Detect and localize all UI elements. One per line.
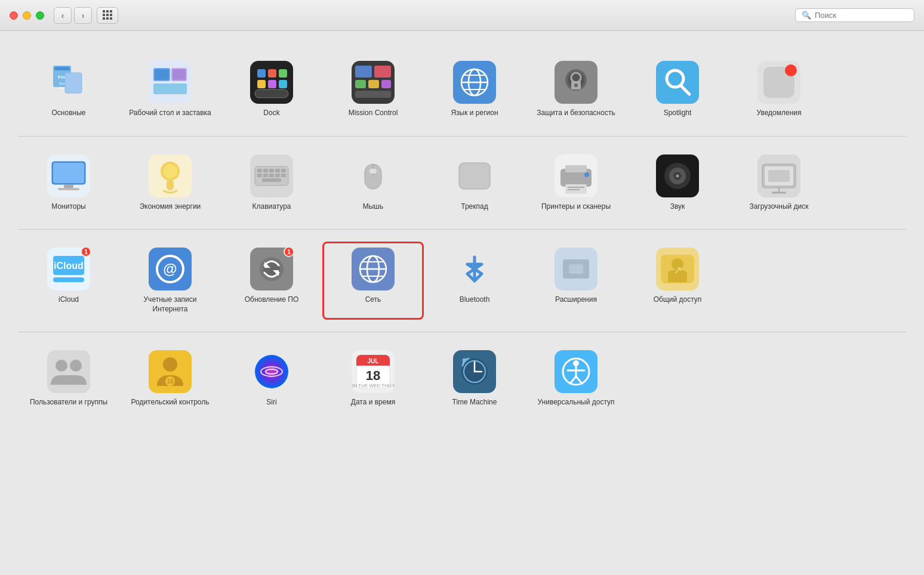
back-button[interactable]: ‹ [54,7,72,24]
pref-label-trekpad: Трекпад [461,202,488,212]
svg-rect-79 [568,189,580,190]
titlebar: ‹ › 🔍 [0,0,924,31]
pref-item-trekpad[interactable]: Трекпад [424,149,525,218]
svg-text:18: 18 [167,378,174,385]
maximize-button[interactable] [36,11,44,20]
pref-label-spotlight: Spotlight [664,109,692,118]
pref-icon-energiya [149,154,192,197]
svg-rect-62 [257,174,262,177]
pref-icon-monitory [47,154,90,197]
pref-icon-rabochiy-stol [149,61,192,104]
pref-icon-uvedomleniya [757,61,800,104]
pref-item-set[interactable]: Сеть [322,242,424,320]
svg-rect-66 [281,174,286,177]
pref-item-bluetooth[interactable]: Bluetooth [424,242,525,320]
pref-icon-trekpad [453,154,496,197]
pref-item-uvedomleniya[interactable]: Уведомления [728,55,830,124]
pref-icon-bluetooth [453,248,496,290]
pref-item-roditelsky[interactable]: 18 Родительский контроль [119,344,221,413]
svg-rect-89 [768,170,790,182]
pref-label-zagruzochny: Загрузочный диск [749,202,808,212]
pref-label-icloud: iCloud [58,295,79,305]
pref-icon-yazyk [453,61,496,104]
svg-point-127 [255,355,288,388]
pref-icon-data: JUL 18 MON TUE WED THU FRI [352,350,395,393]
pref-item-zvuk[interactable]: Звук [627,149,728,218]
search-icon: 🔍 [802,11,811,20]
pref-icon-uchetnye: @ [149,248,192,290]
svg-rect-14 [255,89,288,98]
pref-item-polzovateli[interactable]: Пользователи и группы [18,344,119,413]
pref-item-osnovnye[interactable]: File New One Основные [18,55,119,124]
pref-item-mission-control[interactable]: Mission Control [322,55,424,124]
svg-rect-57 [257,169,262,172]
svg-rect-54 [167,180,174,190]
pref-item-energiya[interactable]: Экономия энергии [119,149,221,218]
pref-item-icloud[interactable]: iCloud 1iCloud [18,242,119,320]
pref-icon-zashita [555,61,597,104]
pref-label-siri: Siri [266,398,276,407]
pref-item-siri[interactable]: Siri [221,344,322,413]
search-box[interactable]: 🔍 [795,8,914,22]
pref-item-rabochiy-stol[interactable]: Рабочий стол и заставка [119,55,221,124]
pref-icon-zagruzochny [757,154,800,197]
pref-label-uchetnye: Учетные записи Интернета [125,295,215,314]
pref-icon-set [352,248,395,290]
pref-item-obnovlenie[interactable]: 1Обновление ПО [221,242,322,320]
pref-item-yazyk[interactable]: Язык и регион [424,55,525,124]
pref-label-yazyk: Язык и регион [451,109,498,118]
svg-rect-12 [153,84,187,94]
svg-rect-49 [64,184,73,188]
svg-text:One: One [59,86,65,89]
pref-item-universalny[interactable]: Универсальный доступ [525,344,627,413]
svg-rect-15 [257,69,266,78]
svg-rect-18 [257,80,266,88]
section-section1: File New One Основные Рабочий стол и зас… [18,43,906,137]
pref-item-time-machine[interactable]: Time Machine [424,344,525,413]
pref-label-roditelsky: Родительский контроль [131,398,210,407]
pref-label-monitory: Мониторы [51,202,85,212]
svg-rect-48 [53,163,84,183]
svg-rect-20 [279,80,287,88]
svg-rect-40 [656,61,699,104]
pref-label-rasshireniya: Расширения [555,295,597,305]
pref-label-data: Дата и время [351,398,395,407]
svg-rect-58 [263,169,268,172]
pref-item-printery[interactable]: Принтеры и сканеры [525,149,627,218]
minimize-button[interactable] [23,11,31,20]
svg-rect-6 [65,73,82,93]
pref-icon-mysh [352,154,395,197]
pref-icon-roditelsky: 18 [149,350,192,393]
pref-item-zagruzochny[interactable]: Загрузочный диск [728,149,830,218]
svg-rect-11 [173,69,186,80]
grid-view-button[interactable] [97,7,118,24]
pref-item-data[interactable]: JUL 18 MON TUE WED THU FRI Дата и время [322,344,424,413]
pref-label-energiya: Экономия энергии [140,202,201,212]
pref-item-obshiy[interactable]: ↗ Общий доступ [627,242,728,320]
pref-item-spotlight[interactable]: Spotlight [627,55,728,124]
pref-label-printery: Принтеры и сканеры [541,202,611,212]
pref-item-uchetnye[interactable]: @ Учетные записи Интернета [119,242,221,320]
pref-item-monitory[interactable]: Мониторы [18,149,119,218]
svg-rect-25 [368,80,379,88]
pref-item-rasshireniya[interactable]: Расширения [525,242,627,320]
pref-item-klaviatura[interactable]: Клавиатура [221,149,322,218]
pref-item-mysh[interactable]: Мышь [322,149,424,218]
pref-icon-siri [250,350,293,393]
pref-label-obshiy: Общий доступ [654,295,702,305]
close-button[interactable] [10,11,18,20]
svg-rect-17 [279,69,287,78]
pref-item-dock[interactable]: Dock [221,55,322,124]
search-input[interactable] [815,11,908,20]
svg-point-80 [584,172,589,177]
svg-rect-63 [263,174,268,177]
svg-rect-26 [381,80,391,88]
pref-label-time-machine: Time Machine [452,398,497,407]
pref-item-zashita[interactable]: Защита и безопасность [525,55,627,124]
forward-button[interactable]: › [74,7,92,24]
pref-icon-spotlight [656,61,699,104]
pref-label-dock: Dock [263,109,279,118]
traffic-lights [10,11,44,20]
svg-rect-64 [269,174,274,177]
section-section2: Мониторы Экономия энергии Клавиатура [18,137,906,230]
